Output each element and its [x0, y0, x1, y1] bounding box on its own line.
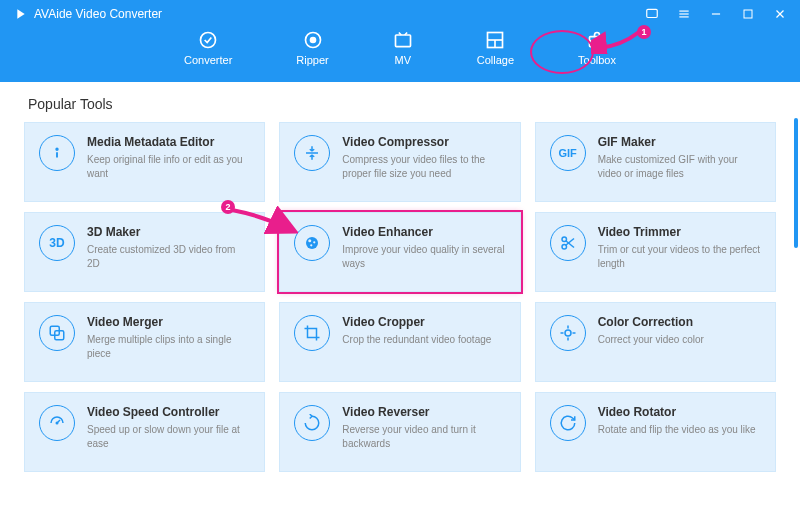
tools-grid: Media Metadata Editor Keep original file…	[24, 122, 776, 472]
maximize-icon[interactable]	[740, 6, 756, 22]
card-video-compressor[interactable]: Video Compressor Compress your video fil…	[279, 122, 520, 202]
card-gif-maker[interactable]: GIF GIF Maker Make customized GIF with y…	[535, 122, 776, 202]
close-icon[interactable]	[772, 6, 788, 22]
scrollbar[interactable]	[794, 118, 798, 248]
svg-point-20	[306, 237, 318, 249]
card-video-rotator[interactable]: Video Rotator Rotate and flip the video …	[535, 392, 776, 472]
section-title: Popular Tools	[28, 96, 776, 112]
card-content: Video Rotator Rotate and flip the video …	[598, 405, 761, 437]
tab-converter[interactable]: Converter	[184, 30, 232, 66]
tab-label: Toolbox	[578, 54, 616, 66]
app-logo-icon	[12, 6, 28, 22]
card-video-trimmer[interactable]: Video Trimmer Trim or cut your videos to…	[535, 212, 776, 292]
card-desc: Merge multiple clips into a single piece	[87, 333, 250, 361]
tab-ripper[interactable]: Ripper	[296, 30, 328, 66]
card-desc: Crop the redundant video footage	[342, 333, 505, 347]
svg-point-17	[56, 149, 58, 151]
card-content: GIF Maker Make customized GIF with your …	[598, 135, 761, 181]
collage-icon	[485, 30, 505, 50]
card-desc: Keep original file info or edit as you w…	[87, 153, 250, 181]
card-title: GIF Maker	[598, 135, 761, 149]
svg-point-36	[56, 422, 58, 424]
main-content: Popular Tools Media Metadata Editor Keep…	[0, 82, 800, 482]
card-3d-maker[interactable]: 3D 3D Maker Create customized 3D video f…	[24, 212, 265, 292]
tab-collage[interactable]: Collage	[477, 30, 514, 66]
card-desc: Make customized GIF with your video or i…	[598, 153, 761, 181]
svg-point-8	[201, 33, 216, 48]
card-title: Media Metadata Editor	[87, 135, 250, 149]
card-title: Video Enhancer	[342, 225, 505, 239]
tabs: Converter Ripper MV Collage Toolbox	[0, 28, 800, 66]
card-video-reverser[interactable]: Video Reverser Reverse your video and tu…	[279, 392, 520, 472]
tab-label: Ripper	[296, 54, 328, 66]
card-desc: Reverse your video and turn it backwards	[342, 423, 505, 451]
tab-mv[interactable]: MV	[393, 30, 413, 66]
card-video-enhancer[interactable]: Video Enhancer Improve your video qualit…	[279, 212, 520, 292]
card-content: Video Speed Controller Speed up or slow …	[87, 405, 250, 451]
svg-rect-5	[744, 10, 752, 18]
card-title: Video Cropper	[342, 315, 505, 329]
card-desc: Compress your video files to the proper …	[342, 153, 505, 181]
card-content: Video Reverser Reverse your video and tu…	[342, 405, 505, 451]
card-content: Color Correction Correct your video colo…	[598, 315, 761, 347]
speed-icon	[39, 405, 75, 441]
tab-label: MV	[394, 54, 411, 66]
card-video-cropper[interactable]: Video Cropper Crop the redundant video f…	[279, 302, 520, 382]
card-content: Video Merger Merge multiple clips into a…	[87, 315, 250, 361]
card-title: Video Speed Controller	[87, 405, 250, 419]
trim-icon	[550, 225, 586, 261]
color-icon	[550, 315, 586, 351]
card-content: Video Compressor Compress your video fil…	[342, 135, 505, 181]
svg-point-23	[310, 244, 312, 246]
card-media-metadata-editor[interactable]: Media Metadata Editor Keep original file…	[24, 122, 265, 202]
compress-icon	[294, 135, 330, 171]
card-desc: Speed up or slow down your file at ease	[87, 423, 250, 451]
menu-icon[interactable]	[676, 6, 692, 22]
svg-point-22	[313, 241, 315, 243]
3d-icon: 3D	[39, 225, 75, 261]
svg-rect-11	[395, 35, 410, 47]
tab-label: Collage	[477, 54, 514, 66]
enhance-icon	[294, 225, 330, 261]
header: AVAide Video Converter Converter Ripper …	[0, 0, 800, 82]
card-desc: Correct your video color	[598, 333, 761, 347]
card-title: 3D Maker	[87, 225, 250, 239]
rotate-icon	[550, 405, 586, 441]
svg-point-21	[309, 239, 312, 242]
tab-label: Converter	[184, 54, 232, 66]
merge-icon	[39, 315, 75, 351]
minimize-icon[interactable]	[708, 6, 724, 22]
converter-icon	[198, 30, 218, 50]
gif-icon: GIF	[550, 135, 586, 171]
card-desc: Create customized 3D video from 2D	[87, 243, 250, 271]
card-video-speed-controller[interactable]: Video Speed Controller Speed up or slow …	[24, 392, 265, 472]
card-content: Video Enhancer Improve your video qualit…	[342, 225, 505, 271]
app-title-area: AVAide Video Converter	[12, 6, 162, 22]
info-icon	[39, 135, 75, 171]
titlebar: AVAide Video Converter	[0, 0, 800, 28]
card-content: Media Metadata Editor Keep original file…	[87, 135, 250, 181]
card-video-merger[interactable]: Video Merger Merge multiple clips into a…	[24, 302, 265, 382]
card-desc: Rotate and flip the video as you like	[598, 423, 761, 437]
mv-icon	[393, 30, 413, 50]
svg-rect-0	[647, 9, 658, 17]
tab-toolbox[interactable]: Toolbox	[578, 30, 616, 66]
card-title: Video Merger	[87, 315, 250, 329]
app-title: AVAide Video Converter	[34, 7, 162, 21]
card-title: Color Correction	[598, 315, 761, 329]
svg-point-30	[565, 330, 571, 336]
toolbox-icon	[587, 30, 607, 50]
feedback-icon[interactable]	[644, 6, 660, 22]
card-desc: Trim or cut your videos to the perfect l…	[598, 243, 761, 271]
window-controls	[644, 6, 788, 22]
card-content: Video Trimmer Trim or cut your videos to…	[598, 225, 761, 271]
card-desc: Improve your video quality in several wa…	[342, 243, 505, 271]
svg-point-10	[310, 38, 315, 43]
ripper-icon	[303, 30, 323, 50]
crop-icon	[294, 315, 330, 351]
card-title: Video Rotator	[598, 405, 761, 419]
card-title: Video Compressor	[342, 135, 505, 149]
card-color-correction[interactable]: Color Correction Correct your video colo…	[535, 302, 776, 382]
card-content: Video Cropper Crop the redundant video f…	[342, 315, 505, 347]
reverse-icon	[294, 405, 330, 441]
